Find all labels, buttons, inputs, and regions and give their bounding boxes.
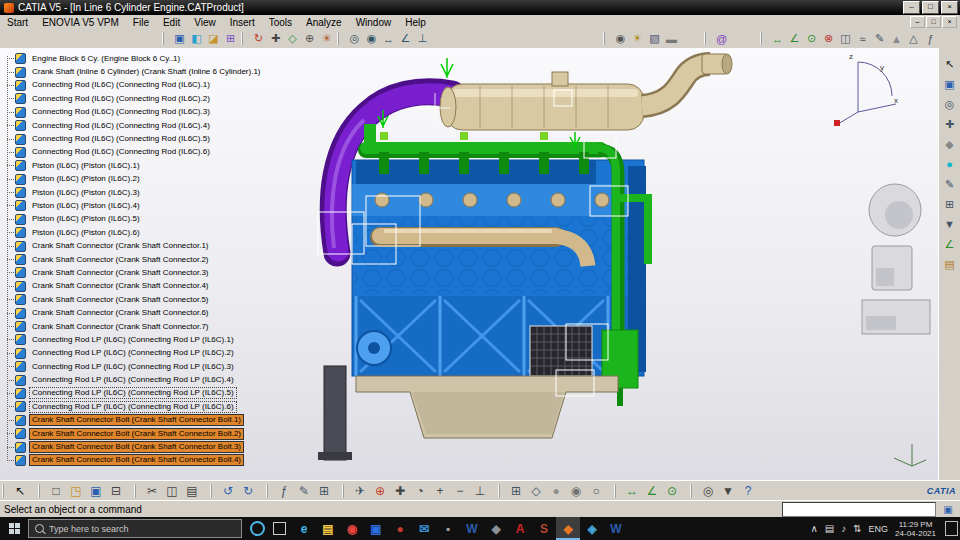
- action-center-icon[interactable]: [945, 521, 958, 536]
- tree-item[interactable]: Piston (IL6C) (Piston (IL6C).5): [3, 213, 264, 226]
- explode-icon[interactable]: ✳: [318, 31, 335, 47]
- coincidence-constraint-icon[interactable]: ◎: [346, 31, 363, 47]
- taskbar-sql-icon[interactable]: S: [532, 517, 556, 540]
- paste-icon[interactable]: ▤: [182, 483, 202, 500]
- assembly-features-icon[interactable]: ◆: [941, 136, 959, 152]
- existing-component-icon[interactable]: ⊞: [222, 31, 239, 47]
- select-tool-icon[interactable]: ↖: [941, 56, 959, 72]
- menu-item[interactable]: Tools: [262, 17, 299, 28]
- taskbar-mail-icon[interactable]: ✉: [412, 517, 436, 540]
- tree-item[interactable]: Connecting Rod LP (IL6C) (Connecting Rod…: [3, 387, 264, 400]
- annotations-toolbar-icon[interactable]: ✎: [941, 176, 959, 192]
- normal-view-icon[interactable]: ⊥: [470, 483, 490, 500]
- update-icon[interactable]: ↻: [250, 31, 267, 47]
- zoom-out-icon[interactable]: −: [450, 483, 470, 500]
- tree-item[interactable]: Crank Shaft Connector (Crank Shaft Conne…: [3, 239, 264, 252]
- menu-item[interactable]: View: [187, 17, 223, 28]
- new-file-icon[interactable]: □: [46, 483, 66, 500]
- exhaust-elbow-part[interactable]: [642, 54, 732, 106]
- tray-chevron-icon[interactable]: ∧: [810, 523, 817, 534]
- contact-constraint-icon[interactable]: ◉: [363, 31, 380, 47]
- oil-pan-part[interactable]: [356, 376, 618, 438]
- minimize-button[interactable]: –: [903, 1, 920, 14]
- taskbar-catia-icon[interactable]: ◆: [556, 517, 580, 540]
- tree-item[interactable]: Crank Shaft Connector Bolt (Crank Shaft …: [3, 427, 264, 440]
- clash-analysis-icon[interactable]: ⊗: [820, 31, 837, 47]
- start-button[interactable]: [0, 517, 28, 540]
- taskbar-file-explorer-icon[interactable]: ▤: [316, 517, 340, 540]
- tray-network-icon[interactable]: ⇅: [853, 523, 861, 534]
- tree-item[interactable]: Crank Shaft Connector (Crank Shaft Conne…: [3, 306, 264, 319]
- filters-icon[interactable]: ▼: [941, 216, 959, 232]
- move-toolbar-icon[interactable]: ✚: [941, 116, 959, 132]
- space-analysis-icon[interactable]: ●: [941, 156, 959, 172]
- depth-effect-icon[interactable]: ▧: [646, 31, 663, 47]
- shaded-view-icon[interactable]: ●: [546, 483, 566, 500]
- catalog-browser-icon[interactable]: ▤: [941, 256, 959, 272]
- angle-constraint-icon[interactable]: ∠: [397, 31, 414, 47]
- tray-volume-icon[interactable]: ♪: [841, 523, 846, 534]
- product-node-icon[interactable]: ▣: [941, 76, 959, 92]
- sectioning-icon[interactable]: ◫: [837, 31, 854, 47]
- knowledge-icon[interactable]: ƒ: [922, 31, 939, 47]
- pan-icon[interactable]: ✚: [390, 483, 410, 500]
- copy-icon[interactable]: ◫: [162, 483, 182, 500]
- menu-item[interactable]: ENOVIA V5 VPM: [35, 17, 126, 28]
- taskbar-search[interactable]: Type here to search: [28, 519, 242, 538]
- fix-constraint-icon[interactable]: ⊥: [414, 31, 431, 47]
- menu-item[interactable]: Analyze: [299, 17, 349, 28]
- measure-between-icon[interactable]: ↔: [769, 31, 786, 47]
- weld-feature-icon[interactable]: ▲: [888, 31, 905, 47]
- distance-analysis-icon[interactable]: ≈: [854, 31, 871, 47]
- constraints-toolbar-icon[interactable]: ◎: [941, 96, 959, 112]
- print-icon[interactable]: ⊟: [106, 483, 126, 500]
- doc-minimize-button[interactable]: –: [910, 16, 925, 28]
- tree-item[interactable]: Crank Shaft Connector Bolt (Crank Shaft …: [3, 454, 264, 467]
- camera-icon[interactable]: ◉: [612, 31, 629, 47]
- tree-item[interactable]: Connecting Rod (IL6C) (Connecting Rod (I…: [3, 119, 264, 132]
- menu-item[interactable]: Start: [0, 17, 35, 28]
- taskbar-edge-icon[interactable]: e: [292, 517, 316, 540]
- taskbar-word2-icon[interactable]: W: [604, 517, 628, 540]
- tree-item[interactable]: Crank Shaft Connector (Crank Shaft Conne…: [3, 280, 264, 293]
- tree-item[interactable]: Connecting Rod (IL6C) (Connecting Rod (I…: [3, 132, 264, 145]
- shaded-edges-view-icon[interactable]: ◉: [566, 483, 586, 500]
- fit-all-in-icon[interactable]: ⊕: [370, 483, 390, 500]
- magnifier-icon[interactable]: ◎: [698, 483, 718, 500]
- status-command-icon[interactable]: ▣: [940, 504, 956, 515]
- tree-item[interactable]: Piston (IL6C) (Piston (IL6C).1): [3, 159, 264, 172]
- tree-item[interactable]: Crank Shaft Connector (Crank Shaft Conne…: [3, 266, 264, 279]
- mass-properties-icon[interactable]: ⊙: [803, 31, 820, 47]
- tree-item[interactable]: Connecting Rod LP (IL6C) (Connecting Rod…: [3, 360, 264, 373]
- menu-item[interactable]: Insert: [223, 17, 262, 28]
- tree-item[interactable]: Connecting Rod LP (IL6C) (Connecting Rod…: [3, 347, 264, 360]
- taskbar-app-blue-icon[interactable]: ◈: [580, 517, 604, 540]
- rotate-icon[interactable]: ◔: [410, 483, 430, 500]
- save-icon[interactable]: ▣: [86, 483, 106, 500]
- menu-item[interactable]: Window: [349, 17, 399, 28]
- tree-item[interactable]: Crank Shaft (Inline 6 Cylinder) (Crank S…: [3, 65, 264, 78]
- tree-item[interactable]: Connecting Rod LP (IL6C) (Connecting Rod…: [3, 373, 264, 386]
- tree-item[interactable]: Crank Shaft Connector Bolt (Crank Shaft …: [3, 414, 264, 427]
- tree-item[interactable]: Piston (IL6C) (Piston (IL6C).4): [3, 199, 264, 212]
- redo-icon[interactable]: ↻: [238, 483, 258, 500]
- zoom-in-icon[interactable]: +: [430, 483, 450, 500]
- taskbar-chrome-icon[interactable]: ◉: [340, 517, 364, 540]
- whats-this-icon[interactable]: ?: [738, 483, 758, 500]
- grille-part[interactable]: [530, 326, 592, 376]
- cortana-icon[interactable]: [250, 521, 265, 536]
- pen-icon[interactable]: ✎: [294, 483, 314, 500]
- tree-item[interactable]: Connecting Rod LP (IL6C) (Connecting Rod…: [3, 333, 264, 346]
- tree-item[interactable]: Connecting Rod (IL6C) (Connecting Rod (I…: [3, 106, 264, 119]
- compass[interactable]: x y z: [834, 52, 898, 126]
- taskbar-clock[interactable]: 11:29 PM 24-04-2021: [895, 520, 936, 538]
- multi-view-icon[interactable]: ⊞: [506, 483, 526, 500]
- taskbar-app-red-icon[interactable]: ●: [388, 517, 412, 540]
- undo-icon[interactable]: ↺: [218, 483, 238, 500]
- tree-item[interactable]: Piston (IL6C) (Piston (IL6C).3): [3, 186, 264, 199]
- doc-restore-button[interactable]: □: [926, 16, 941, 28]
- tree-item[interactable]: Connecting Rod LP (IL6C) (Connecting Rod…: [3, 400, 264, 413]
- menu-item[interactable]: Edit: [156, 17, 187, 28]
- taskbar-app-gray-icon[interactable]: ◆: [484, 517, 508, 540]
- design-table-icon[interactable]: ⊞: [314, 483, 334, 500]
